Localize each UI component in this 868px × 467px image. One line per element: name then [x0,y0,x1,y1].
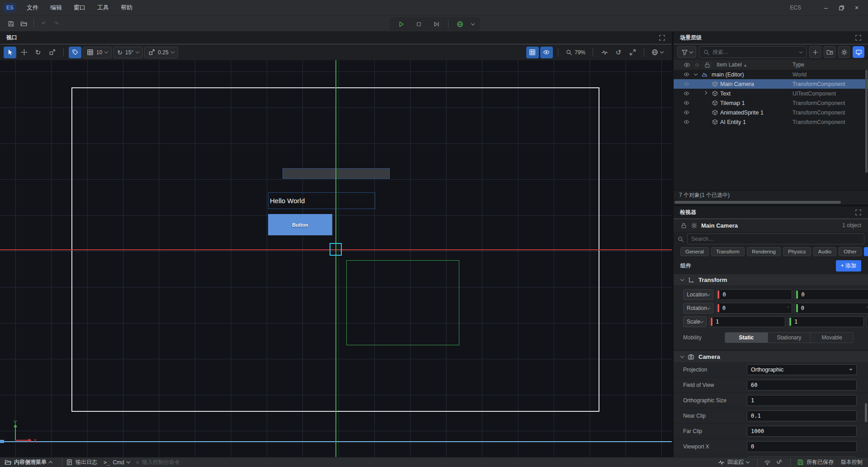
mobility-movable[interactable]: Movable [811,333,853,343]
projection-select[interactable] [747,364,857,375]
inspector-maximize-button[interactable] [855,209,862,216]
hierarchy-row-ai-entity[interactable]: AI Entity 1 TransformComponent [674,117,868,127]
far-clip-input[interactable] [747,426,857,437]
tab-all[interactable]: All [864,247,868,256]
location-y-field[interactable] [795,289,868,300]
add-item-button[interactable] [809,46,821,58]
redo-button[interactable]: ↷ [50,18,63,29]
restore-button[interactable] [834,2,849,14]
zoom-control[interactable]: 79% [563,47,588,58]
save-button[interactable] [5,18,17,29]
console-command-input[interactable]: > 输入控制台命令 [136,458,180,466]
menu-help[interactable]: 帮助 [115,2,138,13]
eye-icon[interactable] [684,100,689,106]
transform-section-header[interactable]: Transform [674,274,868,285]
hierarchy-horizontal-scrollbar[interactable] [674,200,868,205]
undo-button[interactable]: ↶ [38,18,50,29]
chevron-right-icon[interactable] [703,91,707,95]
camera-section-header[interactable]: Camera [674,351,868,362]
eye-icon[interactable] [684,71,689,77]
run-target-dropdown-icon[interactable] [471,21,475,25]
rotation-y-field[interactable]: ° [795,303,868,314]
selected-object-gizmo[interactable] [330,243,342,256]
scale-snap-dropdown[interactable]: 0.25 [144,47,178,58]
eye-column-icon[interactable] [684,62,690,68]
ui-button-element[interactable]: Button [268,214,332,235]
select-tool-button[interactable] [4,47,16,58]
show-grid-button[interactable] [526,47,539,58]
close-button[interactable]: × [849,2,864,14]
step-forward-button[interactable] [430,19,442,29]
tab-physics[interactable]: Physics [783,247,811,256]
minimize-button[interactable]: – [818,2,834,14]
mobility-stationary[interactable]: Stationary [768,333,811,343]
filter-dropdown[interactable] [677,46,696,58]
hierarchy-row-tilemap[interactable]: Tilemap 1 TransformComponent [674,98,868,108]
hierarchy-search-input[interactable] [712,49,797,55]
field-of-view-input[interactable] [747,380,857,391]
network-status-icon[interactable] [764,459,771,466]
menu-edit[interactable]: 编辑 [44,2,68,13]
visibility-button[interactable] [540,47,553,58]
grid-snap-dropdown[interactable]: 10 [83,47,112,58]
play-button[interactable] [396,19,407,29]
reset-view-button[interactable]: ↺ [612,47,625,58]
run-target-button[interactable] [454,19,466,29]
hierarchy-settings-button[interactable] [838,46,850,58]
ui-text-element[interactable]: Hello World [268,192,375,209]
hierarchy-row-main[interactable]: main (Editor) World [674,70,868,79]
rotate-tool-button[interactable]: ↻ [32,47,44,58]
chevron-down-icon[interactable] [694,72,698,76]
tab-rendering[interactable]: Rendering [747,247,781,256]
move-tool-button[interactable] [18,47,30,58]
object-settings-icon[interactable] [691,222,698,229]
content-drawer-button[interactable]: 内容侧滑菜单 [5,458,52,466]
output-log-button[interactable]: 输出日志 [66,458,97,466]
eye-icon[interactable] [684,119,689,125]
cmd-dropdown[interactable]: >_ Cmd [104,459,130,466]
viewport-maximize-button[interactable] [659,34,665,41]
version-control-button[interactable]: 版本控制 [841,458,863,466]
scale-tool-button[interactable] [46,47,58,58]
hierarchy-row-text[interactable]: Text UITextComponent [674,89,868,98]
app-logo[interactable]: ES [4,3,16,13]
lock-column-icon[interactable] [704,62,711,68]
open-folder-button[interactable] [17,18,30,29]
view-mode-button[interactable] [853,46,864,58]
unlock-icon[interactable] [680,222,687,229]
new-folder-button[interactable] [824,46,835,58]
menu-tools[interactable]: 工具 [91,2,115,13]
tab-other[interactable]: Other [839,247,862,256]
mobility-static[interactable]: Static [725,333,768,343]
hierarchy-row-animatedsprite[interactable]: AnimatedSprite 1 TransformComponent [674,108,868,117]
rotation-dropdown[interactable]: Rotation [683,303,713,314]
rotate-snap-dropdown[interactable]: ↻ 15° [113,47,143,58]
stop-button[interactable] [413,19,425,29]
save-status[interactable]: 所有已保存 [797,458,834,466]
viewport-x-input[interactable] [747,441,857,452]
scale-dropdown[interactable]: Scale [683,316,707,327]
scale-y-field[interactable] [788,316,864,327]
column-item-label[interactable]: Item Label ▲ [711,62,747,68]
orthographic-size-input[interactable] [747,395,857,406]
column-type[interactable]: Type [793,62,804,68]
menu-window[interactable]: 窗口 [68,2,91,13]
scale-x-field[interactable] [709,316,785,327]
rotation-x-field[interactable]: ° [716,303,792,314]
snap-toggle-button[interactable] [69,47,81,58]
add-component-button[interactable]: + 添加 [836,260,861,272]
hierarchy-row-main-camera[interactable]: Main Camera TransformComponent [674,79,868,89]
inspector-search-input[interactable] [691,236,860,242]
tab-general[interactable]: General [680,247,709,256]
eye-icon[interactable] [684,81,689,87]
scene-canvas[interactable]: Hello World Button Y X [0,60,672,457]
stats-button[interactable] [598,47,611,58]
location-dropdown[interactable]: Location [683,289,713,300]
hierarchy-search[interactable] [699,46,807,58]
menu-file[interactable]: 文件 [21,2,44,13]
inspector-vertical-scrollbar[interactable] [865,403,867,422]
star-column-icon[interactable]: ☆ [694,62,700,68]
tab-transform[interactable]: Transform [711,247,745,256]
debug-probe-icon[interactable] [775,459,782,466]
hierarchy-maximize-button[interactable] [855,34,862,41]
